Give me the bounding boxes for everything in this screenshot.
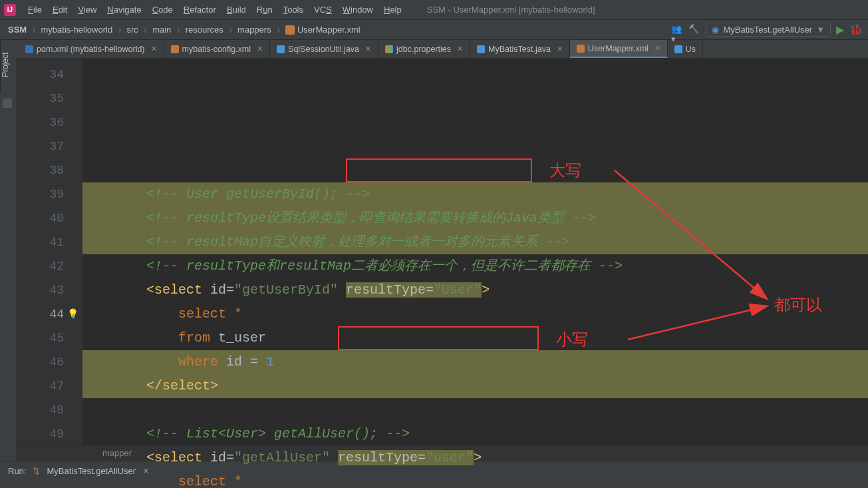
code-line: where id = 1	[178, 354, 274, 369]
close-icon[interactable]: ✕	[457, 45, 463, 53]
run-button[interactable]: ▶	[836, 23, 844, 36]
tab-pom[interactable]: pom.xml (mybatis-helloworld)✕	[19, 40, 164, 58]
menu-tools[interactable]: Tools	[278, 5, 309, 15]
annotation-label-upper: 大写	[549, 158, 581, 182]
menu-bar: IJ File Edit View Navigate Code Refactor…	[0, 0, 868, 20]
line-number: 38	[16, 158, 64, 182]
close-icon[interactable]: ✕	[151, 45, 157, 53]
class-icon: ◉	[712, 25, 719, 35]
run-config-label: MyBatisTest.getAllUser	[723, 25, 812, 35]
window-title: SSM - UserMapper.xml [mybatis-helloworld…	[427, 5, 595, 15]
line-number: 41	[16, 230, 64, 254]
build-icon[interactable]: 🔨	[688, 24, 700, 36]
tab-jdbc-properties[interactable]: jdbc.properties✕	[378, 40, 470, 58]
menu-refactor[interactable]: Refactor	[178, 5, 221, 15]
line-number: 45	[16, 326, 64, 350]
close-icon[interactable]: ✕	[257, 45, 263, 53]
crumb-main[interactable]: main	[150, 25, 174, 35]
line-number: 43	[16, 278, 64, 302]
side-stripe-icon	[3, 99, 12, 108]
close-icon[interactable]: ✕	[557, 45, 563, 53]
code-line: <!-- User getUserById(); -->	[146, 186, 370, 202]
code-line: <select id="getAllUser" resultType="user…	[146, 450, 482, 465]
class-icon	[277, 45, 285, 53]
code-line: <!-- resultType和resultMap二者必须存在一个，但是不许二者…	[146, 258, 623, 274]
menu-run[interactable]: Run	[251, 5, 278, 15]
chevron-right-icon: ›	[274, 25, 283, 35]
chevron-down-icon: ▼	[816, 25, 825, 35]
project-tool-window-tab[interactable]: Project	[0, 40, 16, 93]
code-line: <!-- resultType设置结果类型，即查询结果需要转换成的Java类型 …	[146, 210, 596, 226]
menu-help[interactable]: Help	[378, 5, 407, 15]
code-line: <!-- resultMap自定义映射，处理多对一或者一对多的元素关系 -->	[146, 234, 569, 250]
code-area[interactable]: <!-- User getUserById(); --> <!-- result…	[82, 59, 868, 445]
crumb-project[interactable]: SSM	[5, 25, 29, 35]
line-number: 42	[16, 254, 64, 278]
debug-button[interactable]: 🐞	[849, 23, 863, 36]
nav-bar: SSM › mybatis-helloworld › src › main › …	[0, 20, 868, 40]
annotation-box-upper	[346, 158, 532, 182]
chevron-right-icon: ›	[226, 25, 235, 35]
code-line: <select id="getUserById" resultType="Use…	[146, 282, 490, 298]
run-arrows-icon: ⇅	[33, 466, 40, 476]
menu-view[interactable]: View	[72, 5, 102, 15]
gutter: 34 35 36 37 38 39 40 41 42 43 44 45 46 4…	[16, 59, 82, 445]
line-number: 48	[16, 398, 64, 422]
crumb-mappers[interactable]: mappers	[235, 25, 274, 35]
tab-sqlsessionutil[interactable]: SqlSessionUtil.java✕	[270, 40, 378, 58]
maven-icon	[25, 45, 33, 53]
crumb-resources[interactable]: resources	[183, 25, 226, 35]
xml-file-icon	[577, 45, 585, 53]
close-icon[interactable]: ✕	[365, 45, 371, 53]
code-line: <!-- List<User> getAllUser(); -->	[146, 426, 410, 441]
chevron-right-icon: ›	[141, 25, 150, 35]
line-number: 36	[16, 111, 64, 134]
tab-mybatistest[interactable]: MyBatisTest.java✕	[470, 40, 570, 58]
chevron-right-icon: ›	[115, 25, 124, 35]
line-number: 40	[16, 206, 64, 230]
menu-code[interactable]: Code	[147, 5, 178, 15]
app-icon: IJ	[4, 4, 16, 16]
code-with-me-icon[interactable]: 👥▾	[671, 24, 683, 36]
line-number: 34	[16, 63, 64, 87]
intention-bulb-icon[interactable]: 💡	[67, 302, 78, 326]
xml-file-icon	[285, 25, 295, 35]
close-icon[interactable]: ✕	[654, 44, 660, 53]
line-number: 39	[16, 182, 64, 206]
editor-area[interactable]: 34 35 36 37 38 39 40 41 42 43 44 45 46 4…	[16, 59, 868, 445]
tab-mybatis-config[interactable]: mybatis-config.xml✕	[164, 40, 271, 58]
chevron-right-icon: ›	[29, 25, 38, 35]
tab-overflow[interactable]: Us	[668, 40, 703, 58]
line-number: 47	[16, 374, 64, 398]
menu-edit[interactable]: Edit	[47, 5, 72, 15]
line-number: 37	[16, 134, 64, 158]
chevron-right-icon: ›	[174, 25, 182, 35]
class-icon	[477, 45, 485, 53]
code-line: </select>	[146, 378, 218, 393]
line-number: 46	[16, 350, 64, 374]
run-configuration-selector[interactable]: ◉ MyBatisTest.getAllUser ▼	[706, 23, 831, 37]
tab-usermapper[interactable]: UserMapper.xml✕	[570, 40, 668, 58]
menu-build[interactable]: Build	[221, 5, 251, 15]
line-number: 35	[16, 87, 64, 111]
menu-file[interactable]: File	[23, 5, 47, 15]
xml-file-icon	[171, 45, 179, 53]
code-line: from t_user	[178, 330, 266, 346]
menu-vcs[interactable]: VCS	[309, 5, 337, 15]
properties-icon	[385, 45, 393, 53]
code-line: select *	[178, 306, 242, 322]
crumb-module[interactable]: mybatis-helloworld	[39, 25, 116, 35]
crumb-file[interactable]: UserMapper.xml	[283, 25, 363, 35]
line-number: 49	[16, 422, 64, 446]
menu-navigate[interactable]: Navigate	[102, 5, 146, 15]
editor-tabs: pom.xml (mybatis-helloworld)✕ mybatis-co…	[0, 40, 868, 59]
run-label: Run:	[8, 466, 26, 476]
crumb-src[interactable]: src	[124, 25, 140, 35]
menu-window[interactable]: Window	[337, 5, 378, 15]
code-line: select *	[178, 474, 242, 488]
line-number: 44	[16, 302, 64, 326]
class-icon	[674, 45, 682, 53]
